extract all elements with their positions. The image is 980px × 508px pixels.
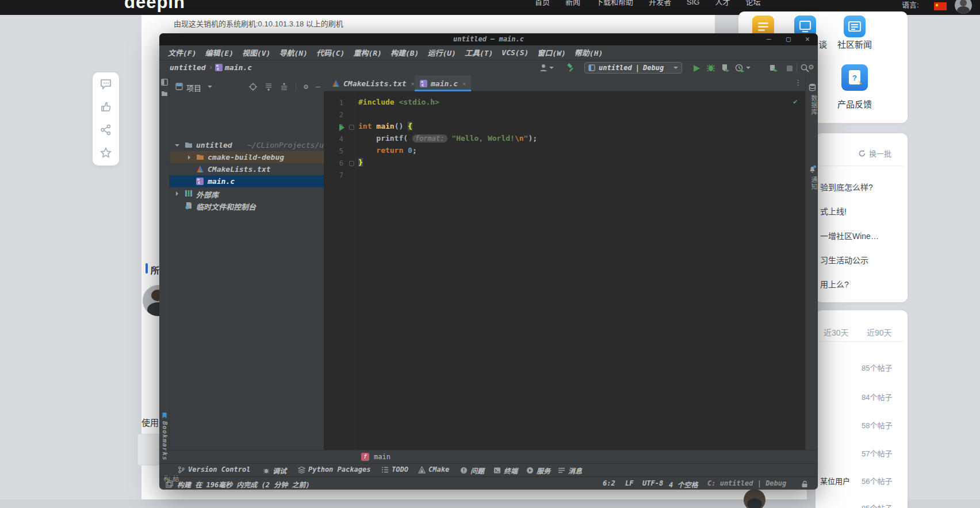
- flag-icon[interactable]: [934, 2, 947, 10]
- toolwindow-terminal[interactable]: 终端: [493, 465, 518, 475]
- database-icon[interactable]: [809, 83, 816, 91]
- stripe-database-label[interactable]: 数据库: [809, 95, 818, 116]
- code-line-4[interactable]: printf( format: "Hello, World!\n");: [358, 134, 537, 143]
- inspections-ok-icon[interactable]: ✔: [793, 97, 798, 106]
- indent-setting[interactable]: 4 个空格: [669, 479, 698, 489]
- run-with-coverage-icon[interactable]: [721, 63, 730, 72]
- run-icon[interactable]: [692, 64, 701, 73]
- hot-post-1[interactable]: 验到底怎么样?: [820, 181, 873, 193]
- toolwindow-todo[interactable]: TODO: [381, 465, 408, 474]
- toolwindow-cmake[interactable]: CMake: [418, 465, 449, 474]
- build-message[interactable]: 构建 在 196毫秒 内完成 (2 分钟 之前): [177, 479, 310, 489]
- tab-close-icon[interactable]: ✕: [411, 80, 415, 87]
- stripe-notifications-label[interactable]: 通知: [809, 176, 818, 190]
- tab-last-30-days[interactable]: 近30天: [824, 326, 849, 338]
- project-panel-title[interactable]: 项目: [186, 82, 201, 93]
- tab-main-c[interactable]: c main.c ✕: [415, 75, 471, 91]
- user-icon[interactable]: [539, 63, 548, 72]
- close-button[interactable]: ✕: [802, 34, 813, 43]
- stat-user-5[interactable]: 某位用户: [820, 475, 850, 486]
- collapse-all-icon[interactable]: [280, 83, 288, 91]
- caret-position[interactable]: 6:2: [603, 479, 615, 487]
- code-line-5[interactable]: return 0;: [358, 146, 417, 155]
- status-run-config[interactable]: C: untitled | Debug: [707, 479, 786, 487]
- nav-link-download[interactable]: 下载和帮助: [596, 0, 633, 10]
- comment-icon[interactable]: [100, 78, 112, 90]
- tab-last-90-days[interactable]: 近90天: [867, 326, 892, 338]
- deepin-logo[interactable]: deepin: [124, 0, 185, 13]
- panel-settings-icon[interactable]: ⚙: [304, 82, 308, 91]
- toolwindow-services[interactable]: 服务: [526, 465, 550, 475]
- nav-link-developer[interactable]: 开发者: [649, 0, 671, 10]
- fold-marker-icon[interactable]: [349, 125, 354, 130]
- settings-gear-icon[interactable]: ⚙: [809, 62, 813, 71]
- hot-post-2[interactable]: 式上线!: [820, 205, 847, 217]
- stop-icon[interactable]: [785, 64, 794, 73]
- collapsed-caret-icon[interactable]: [176, 191, 178, 196]
- nav-link-sig[interactable]: SIG: [687, 0, 699, 10]
- menu-vcs[interactable]: VCS(S): [502, 48, 529, 57]
- hot-post-4[interactable]: 习生活动公示: [820, 254, 868, 265]
- menu-view[interactable]: 视图(V): [242, 47, 270, 58]
- maximize-button[interactable]: ▢: [783, 34, 794, 43]
- menu-tools[interactable]: 工具(T): [465, 47, 493, 58]
- star-icon[interactable]: [100, 147, 112, 159]
- community-news-icon[interactable]: [844, 16, 866, 37]
- folder-stripe-icon[interactable]: [161, 90, 168, 97]
- hot-post-3[interactable]: 一增社区Wine…: [820, 230, 879, 241]
- breadcrumb-project[interactable]: untitled: [170, 63, 206, 72]
- line-ending[interactable]: LF: [625, 479, 633, 487]
- menu-code[interactable]: 代码(C): [316, 47, 344, 58]
- user-caret-icon[interactable]: [549, 67, 554, 69]
- menu-help[interactable]: 帮助(H): [575, 47, 603, 58]
- collapsed-caret-icon[interactable]: [188, 155, 190, 160]
- toolwindow-messages[interactable]: 消息: [558, 465, 582, 475]
- unlock-icon[interactable]: [801, 480, 808, 488]
- file-encoding[interactable]: UTF-8: [642, 479, 663, 487]
- toolwindow-python-packages[interactable]: Python Packages: [298, 465, 370, 474]
- nav-link-forum[interactable]: 论坛: [745, 0, 760, 10]
- bottom-avatar[interactable]: [744, 489, 765, 508]
- code-line-1[interactable]: #include <stdio.h>: [358, 98, 439, 106]
- tab-close-icon[interactable]: ✕: [462, 80, 466, 87]
- share-icon[interactable]: [100, 124, 112, 136]
- tab-options-icon[interactable]: ⋮: [794, 78, 802, 87]
- code-line-3[interactable]: int main() {: [358, 122, 412, 130]
- tree-row-scratches[interactable]: 临时文件和控制台: [170, 199, 324, 211]
- product-feedback-icon[interactable]: ?: [841, 64, 868, 91]
- product-feedback-label[interactable]: 产品反馈: [837, 98, 872, 110]
- menu-build[interactable]: 构建(B): [391, 47, 419, 58]
- menu-window[interactable]: 窗口(W): [537, 47, 565, 58]
- project-toolwindow-icon[interactable]: [161, 79, 168, 86]
- toolwindow-version-control[interactable]: Version Control: [178, 465, 250, 474]
- tab-cmakelists[interactable]: CMakeLists.txt ✕: [327, 75, 420, 91]
- nav-link-talent[interactable]: 人才: [715, 0, 730, 10]
- menu-run[interactable]: 运行(U): [427, 47, 455, 58]
- bookmark-icon[interactable]: [161, 412, 168, 419]
- quick-link2-label[interactable]: 谈: [818, 38, 827, 50]
- run-config-selector[interactable]: untitled | Debug: [584, 62, 682, 74]
- tree-row-cmakelists[interactable]: CMakeLists.txt: [170, 163, 324, 175]
- project-panel-caret-icon[interactable]: [208, 86, 212, 88]
- expand-all-icon[interactable]: [265, 83, 273, 91]
- search-icon[interactable]: [800, 63, 809, 72]
- tree-row-main-c[interactable]: c main.c: [170, 175, 324, 187]
- hot-post-5[interactable]: 用上么?: [820, 278, 849, 290]
- notifications-bell-icon[interactable]: [809, 165, 816, 173]
- menu-navigate[interactable]: 导航(N): [279, 47, 307, 58]
- build-hammer-icon[interactable]: [566, 63, 576, 72]
- refresh-link[interactable]: 换一批: [858, 148, 891, 159]
- panel-hide-icon[interactable]: —: [316, 82, 320, 91]
- code-line-6[interactable]: }: [358, 158, 363, 167]
- nav-link-home[interactable]: 首页: [535, 0, 550, 10]
- menu-edit[interactable]: 编辑(E): [205, 47, 233, 58]
- menu-file[interactable]: 文件(F): [168, 47, 196, 58]
- locate-icon[interactable]: [249, 83, 257, 91]
- run-more-caret-icon[interactable]: [746, 67, 751, 69]
- expanded-caret-icon[interactable]: [175, 144, 179, 147]
- menu-refactor[interactable]: 重构(R): [353, 47, 381, 58]
- minimize-button[interactable]: —: [763, 34, 775, 43]
- profiler-icon[interactable]: [735, 63, 744, 72]
- build-status-icon[interactable]: [166, 480, 173, 488]
- tree-row-cmake-build-debug[interactable]: cmake-build-debug: [170, 151, 324, 163]
